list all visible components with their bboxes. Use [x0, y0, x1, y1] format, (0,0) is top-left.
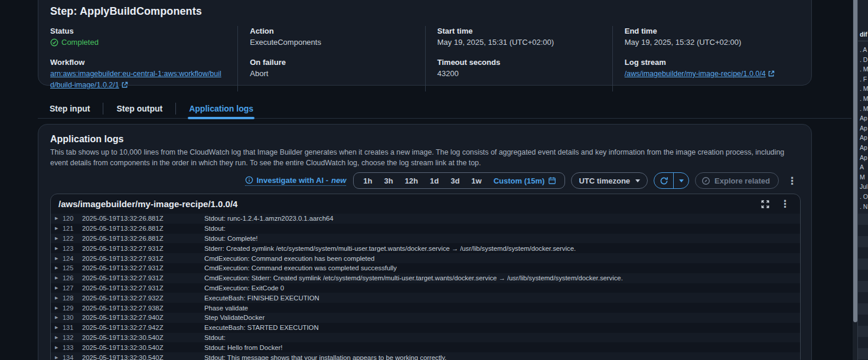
log-row[interactable]: ▶ 122 2025-05-19T13:32:26.881Z Stdout: C…	[51, 234, 800, 244]
custom-range-label: Custom (15m)	[494, 176, 545, 185]
log-row-number: 124	[63, 255, 82, 262]
row-expand-caret-icon[interactable]: ▶	[55, 345, 63, 350]
page-scrollbar-thumb[interactable]	[853, 0, 857, 322]
time-range-12h[interactable]: 12h	[399, 176, 424, 185]
right-panel-row: . D	[858, 55, 868, 65]
right-panel-row: Ap	[858, 133, 868, 143]
expand-fullscreen-button[interactable]	[761, 200, 769, 208]
log-row-number: 131	[63, 324, 82, 331]
tab-step-output[interactable]: Step output	[115, 99, 164, 118]
log-row[interactable]: ▶ 128 2025-05-19T13:32:27.932Z ExecuteBa…	[51, 293, 800, 303]
right-panel-rows: . A . D . M . F . M . M . M Ap Ap Ap Ap …	[858, 45, 868, 211]
workflow-link-text[interactable]: arn:aws:imagebuilder:eu-central-1:aws:wo…	[50, 70, 221, 89]
row-expand-caret-icon[interactable]: ▶	[55, 306, 63, 310]
log-stream-link-text[interactable]: /aws/imagebuilder/my-image-recipe/1.0.0/…	[625, 70, 766, 78]
right-panel-row: . M	[858, 84, 868, 94]
log-row[interactable]: ▶ 123 2025-05-19T13:32:27.931Z Stderr: C…	[51, 243, 800, 253]
log-row[interactable]: ▶ 125 2025-05-19T13:32:27.931Z CmdExecut…	[51, 263, 800, 273]
row-expand-caret-icon[interactable]: ▶	[55, 216, 63, 221]
right-panel-row: . A	[858, 45, 868, 55]
right-panel-row: Ap	[858, 123, 868, 133]
log-row[interactable]: ▶ 132 2025-05-19T13:32:30.540Z Stdout:	[51, 333, 800, 343]
log-stream-link[interactable]: /aws/imagebuilder/my-image-recipe/1.0.0/…	[625, 70, 775, 78]
log-row[interactable]: ▶ 134 2025-05-19T13:32:30.540Z Stdout: T…	[51, 352, 800, 360]
right-panel-row: . M	[858, 64, 868, 74]
log-row-message: Step ValidateDocker	[204, 314, 800, 321]
time-range-1w[interactable]: 1w	[465, 176, 487, 185]
application-logs-title: Application logs	[50, 134, 800, 145]
log-row-number: 127	[63, 284, 82, 292]
log-row-number: 128	[63, 294, 82, 302]
page-scrollbar-track[interactable]	[853, 0, 857, 360]
right-panel-row: . F	[858, 74, 868, 84]
row-expand-caret-icon[interactable]: ▶	[55, 226, 63, 231]
field-label: Log stream	[625, 57, 788, 68]
log-row-number: 126	[63, 274, 82, 282]
log-row[interactable]: ▶ 131 2025-05-19T13:32:27.942Z ExecuteBa…	[51, 323, 800, 333]
log-row-timestamp: 2025-05-19T13:32:27.931Z	[82, 264, 204, 271]
tab-divider	[103, 103, 103, 114]
time-range-3h[interactable]: 3h	[378, 176, 399, 185]
row-expand-caret-icon[interactable]: ▶	[55, 355, 63, 360]
field-value: ExecuteComponents	[250, 37, 413, 48]
refresh-split-button	[654, 172, 689, 189]
log-row-message: ExecuteBash: STARTED EXECUTION	[204, 324, 800, 331]
time-range-1d[interactable]: 1d	[424, 176, 445, 185]
time-range-1h[interactable]: 1h	[357, 176, 378, 185]
log-row-timestamp: 2025-05-19T13:32:27.931Z	[82, 284, 204, 292]
log-row-message: Stdout:	[204, 334, 800, 341]
right-panel-row: . M	[858, 94, 868, 104]
row-expand-caret-icon[interactable]: ▶	[55, 276, 63, 280]
log-row[interactable]: ▶ 127 2025-05-19T13:32:27.931Z CmdExecut…	[51, 283, 800, 293]
right-panel-row: Ap	[858, 153, 868, 163]
row-expand-caret-icon[interactable]: ▶	[55, 286, 63, 290]
external-link-icon	[121, 81, 128, 91]
log-row-number: 123	[63, 245, 82, 252]
workflow-link[interactable]: arn:aws:imagebuilder:eu-central-1:aws:wo…	[50, 70, 221, 89]
log-row[interactable]: ▶ 126 2025-05-19T13:32:27.931Z CmdExecut…	[51, 273, 800, 283]
explore-related-label: Explore related	[714, 176, 770, 185]
field-value: Abort	[250, 68, 413, 79]
log-row[interactable]: ▶ 130 2025-05-19T13:32:27.940Z Step Vali…	[51, 313, 800, 323]
field-value: 43200	[438, 68, 601, 79]
row-expand-caret-icon[interactable]: ▶	[55, 266, 63, 270]
refresh-options-button[interactable]	[673, 173, 688, 188]
row-expand-caret-icon[interactable]: ▶	[55, 315, 63, 320]
row-expand-caret-icon[interactable]: ▶	[55, 296, 63, 300]
log-row-timestamp: 2025-05-19T13:32:26.881Z	[82, 225, 204, 232]
timezone-dropdown[interactable]: UTC timezone	[571, 172, 648, 189]
row-expand-caret-icon[interactable]: ▶	[55, 335, 63, 340]
log-row[interactable]: ▶ 120 2025-05-19T13:32:26.881Z Stdout: r…	[51, 214, 800, 224]
log-row[interactable]: ▶ 124 2025-05-19T13:32:27.931Z CmdExecut…	[51, 253, 800, 263]
field-value: May 19, 2025, 15:31 (UTC+02:00)	[438, 37, 601, 48]
time-range-custom[interactable]: Custom (15m)	[488, 176, 562, 185]
log-row[interactable]: ▶ 121 2025-05-19T13:32:26.881Z Stdout:	[51, 224, 800, 234]
row-expand-caret-icon[interactable]: ▶	[55, 236, 63, 241]
time-range-3d[interactable]: 3d	[445, 176, 465, 185]
log-row-number: 133	[63, 344, 82, 351]
application-logs-card: Application logs This tab shows up to 10…	[38, 124, 812, 360]
row-expand-caret-icon[interactable]: ▶	[55, 325, 63, 330]
right-panel-header: dif	[858, 31, 868, 41]
right-panel-row: Ap	[858, 113, 868, 123]
refresh-button[interactable]	[654, 173, 673, 188]
row-expand-caret-icon[interactable]: ▶	[55, 246, 63, 251]
tab-application-logs[interactable]: Application logs	[188, 99, 254, 118]
log-row[interactable]: ▶ 133 2025-05-19T13:32:30.540Z Stdout: H…	[51, 342, 800, 352]
right-panel-row: . O	[858, 192, 868, 202]
field-timeout-seconds: Timeout seconds 43200	[438, 57, 601, 79]
investigate-with-ai-link[interactable]: Investigate with AI - new	[245, 176, 346, 186]
explore-related-button[interactable]: Explore related	[695, 172, 779, 189]
toolbar-kebab-menu[interactable]: ⋮	[785, 176, 800, 186]
field-label: Action	[250, 26, 413, 37]
external-link-icon	[768, 70, 775, 80]
right-panel-row: . M	[858, 104, 868, 114]
log-row-message: Stdout: runc-1.2.4-1.amzn2023.0.1.aarch6…	[204, 215, 800, 222]
log-viewer-kebab-menu[interactable]: ⋮	[778, 199, 792, 209]
tab-step-input[interactable]: Step input	[48, 99, 91, 118]
field-workflow: Workflow arn:aws:imagebuilder:eu-central…	[50, 57, 226, 91]
explore-icon	[701, 176, 710, 185]
log-row[interactable]: ▶ 129 2025-05-19T13:32:27.938Z Phase val…	[51, 303, 800, 313]
right-panel-zebra-rows	[858, 214, 868, 360]
row-expand-caret-icon[interactable]: ▶	[55, 256, 63, 261]
